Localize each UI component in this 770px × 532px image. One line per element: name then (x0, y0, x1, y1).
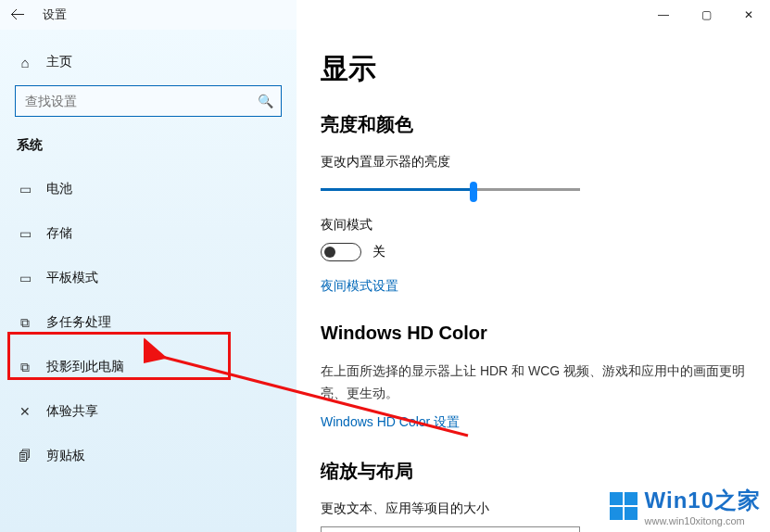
home-icon: ⌂ (17, 55, 33, 70)
hdcolor-desc: 在上面所选择的显示器上让 HDR 和 WCG 视频、游戏和应用中的画面更明亮、更… (321, 361, 746, 405)
sidebar-section-label: 系统 (0, 137, 297, 167)
toggle-knob (324, 247, 335, 258)
sidebar-home[interactable]: ⌂ 主页 (0, 46, 297, 85)
search-icon: 🔍 (258, 94, 273, 108)
content-pane: 显示 亮度和颜色 更改内置显示器的亮度 夜间模式 关 夜间模式设置 Window… (297, 30, 770, 532)
slider-thumb[interactable] (470, 182, 477, 202)
share-icon: ✕ (17, 404, 33, 419)
clipboard-icon: 🗐 (17, 449, 33, 463)
nightmode-toggle[interactable] (321, 243, 361, 261)
sidebar-item-clipboard[interactable]: 🗐 剪贴板 (0, 434, 297, 478)
section-hdcolor: Windows HD Color (321, 323, 746, 344)
back-button[interactable]: 🡠 (0, 6, 28, 23)
sidebar-item-project[interactable]: ⧉ 投影到此电脑 (0, 345, 297, 389)
toggle-state: 关 (372, 244, 385, 260)
scale-select[interactable]: 100% (推荐) ˅ (321, 526, 580, 532)
sidebar-item-label: 体验共享 (46, 403, 98, 420)
brightness-label: 更改内置显示器的亮度 (321, 154, 746, 171)
sidebar: ⌂ 主页 🔍 系统 ▭ 电池 ▭ 存储 ▭ 平板模式 (0, 30, 297, 532)
nightmode-label: 夜间模式 (321, 217, 746, 234)
app-title: 设置 (43, 6, 67, 23)
sidebar-item-multitask[interactable]: ⧉ 多任务处理 (0, 300, 297, 345)
sidebar-item-tablet[interactable]: ▭ 平板模式 (0, 256, 297, 300)
battery-icon: ▭ (17, 182, 33, 196)
sidebar-item-label: 存储 (46, 225, 72, 242)
maximize-button[interactable]: ▢ (685, 0, 727, 30)
scale-label: 更改文本、应用等项目的大小 (321, 500, 746, 517)
sidebar-item-label: 多任务处理 (46, 314, 111, 331)
sidebar-item-label: 剪贴板 (46, 448, 85, 464)
multitask-icon: ⧉ (17, 315, 33, 331)
project-icon: ⧉ (17, 360, 33, 375)
sidebar-item-label: 投影到此电脑 (46, 359, 124, 375)
minimize-button[interactable]: ― (642, 0, 685, 30)
nightmode-settings-link[interactable]: 夜间模式设置 (321, 278, 746, 295)
slider-fill (321, 188, 473, 191)
section-scale: 缩放与布局 (321, 459, 746, 484)
search-input[interactable] (25, 94, 258, 108)
page-title: 显示 (321, 50, 746, 88)
storage-icon: ▭ (17, 226, 33, 241)
sidebar-item-battery[interactable]: ▭ 电池 (0, 167, 297, 211)
brightness-slider[interactable] (321, 180, 580, 198)
hdcolor-settings-link[interactable]: Windows HD Color 设置 (321, 414, 746, 431)
sidebar-home-label: 主页 (46, 54, 72, 70)
sidebar-item-storage[interactable]: ▭ 存储 (0, 211, 297, 256)
close-button[interactable]: ✕ (727, 0, 770, 30)
titlebar: 🡠 设置 ― ▢ ✕ (0, 0, 770, 30)
section-brightness: 亮度和颜色 (321, 112, 746, 137)
sidebar-item-label: 电池 (46, 181, 72, 197)
sidebar-item-share[interactable]: ✕ 体验共享 (0, 389, 297, 434)
sidebar-nav: ▭ 电池 ▭ 存储 ▭ 平板模式 ⧉ 多任务处理 ⧉ 投影到此电脑 (0, 167, 297, 478)
tablet-icon: ▭ (17, 271, 33, 285)
search-box[interactable]: 🔍 (15, 85, 282, 117)
sidebar-item-label: 平板模式 (46, 270, 98, 286)
